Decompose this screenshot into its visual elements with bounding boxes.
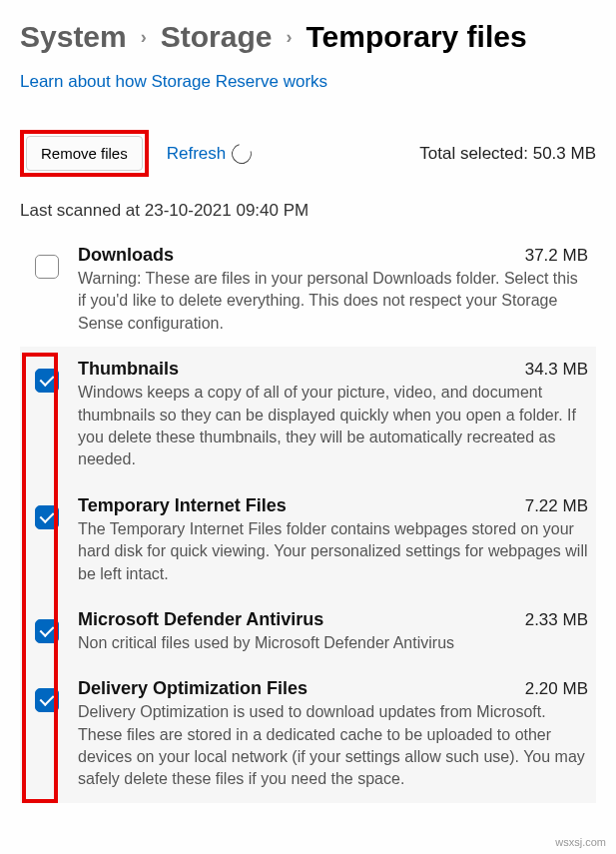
item-title: Downloads: [78, 245, 174, 266]
list-item[interactable]: Thumbnails 34.3 MB Windows keeps a copy …: [20, 347, 596, 483]
item-size: 34.3 MB: [525, 360, 588, 380]
checkbox-delivery-opt[interactable]: [35, 688, 59, 712]
learn-link[interactable]: Learn about how Storage Reserve works: [20, 72, 327, 92]
item-description: Warning: These are files in your persona…: [78, 268, 588, 335]
item-description: Delivery Optimization is used to downloa…: [78, 701, 588, 791]
item-description: The Temporary Internet Files folder cont…: [78, 518, 588, 585]
refresh-label: Refresh: [167, 144, 227, 164]
item-title: Microsoft Defender Antivirus: [78, 609, 323, 630]
breadcrumb-temporary-files: Temporary files: [306, 20, 526, 54]
item-size: 37.2 MB: [525, 246, 588, 266]
checkbox-thumbnails[interactable]: [35, 369, 59, 393]
highlight-annotation: Remove files: [20, 130, 149, 177]
checkbox-downloads[interactable]: [35, 255, 59, 279]
list-item[interactable]: Delivery Optimization Files 2.20 MB Deli…: [20, 666, 596, 803]
total-value: 50.3 MB: [533, 144, 596, 163]
last-scanned-text: Last scanned at 23-10-2021 09:40 PM: [20, 201, 596, 221]
total-prefix: Total selected:: [419, 144, 532, 163]
item-size: 7.22 MB: [525, 496, 588, 516]
refresh-button[interactable]: Refresh: [167, 144, 253, 164]
item-description: Non critical files used by Microsoft Def…: [78, 632, 588, 654]
action-row: Remove files Refresh Total selected: 50.…: [20, 130, 596, 177]
checkbox-defender[interactable]: [35, 619, 59, 643]
item-title: Thumbnails: [78, 359, 179, 380]
item-description: Windows keeps a copy of all of your pict…: [78, 382, 588, 471]
refresh-icon: [229, 140, 256, 167]
total-selected: Total selected: 50.3 MB: [419, 144, 596, 164]
checkbox-temp-internet[interactable]: [35, 505, 59, 529]
breadcrumb: System › Storage › Temporary files: [20, 20, 596, 54]
list-item[interactable]: Microsoft Defender Antivirus 2.33 MB Non…: [20, 597, 596, 666]
item-size: 2.33 MB: [525, 610, 588, 630]
breadcrumb-storage[interactable]: Storage: [161, 20, 273, 54]
item-title: Delivery Optimization Files: [78, 678, 308, 699]
chevron-right-icon: ›: [286, 27, 292, 48]
item-size: 2.20 MB: [525, 679, 588, 699]
breadcrumb-system[interactable]: System: [20, 20, 127, 54]
file-category-list: Downloads 37.2 MB Warning: These are fil…: [20, 233, 596, 803]
item-title: Temporary Internet Files: [78, 495, 287, 516]
remove-files-button[interactable]: Remove files: [26, 136, 143, 171]
chevron-right-icon: ›: [141, 27, 147, 48]
list-item[interactable]: Downloads 37.2 MB Warning: These are fil…: [20, 233, 596, 347]
list-item[interactable]: Temporary Internet Files 7.22 MB The Tem…: [20, 483, 596, 597]
